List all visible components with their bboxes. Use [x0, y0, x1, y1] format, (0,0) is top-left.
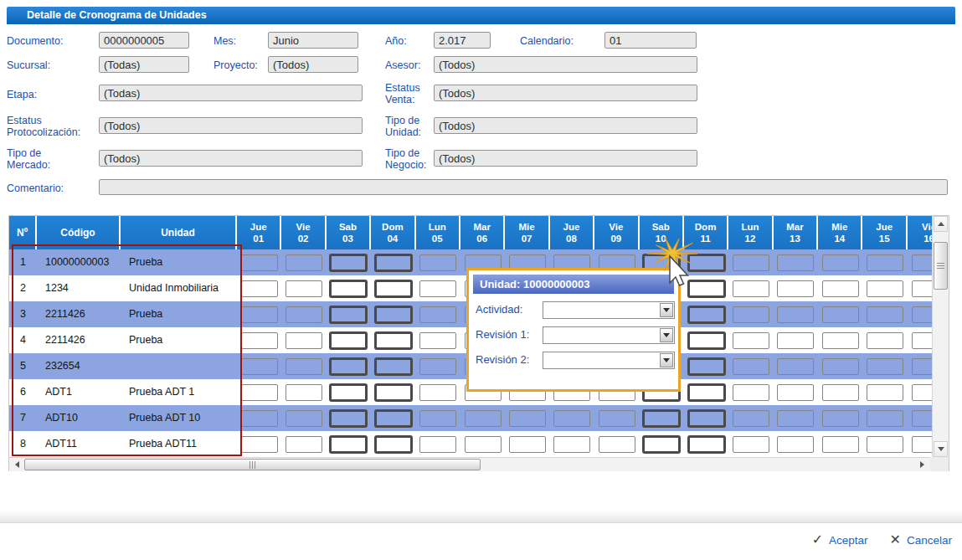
sucursal-field[interactable] [99, 56, 189, 73]
schedule-cell[interactable] [327, 327, 371, 353]
schedule-cell[interactable] [550, 431, 594, 457]
schedule-cell[interactable] [728, 353, 773, 379]
schedule-cell[interactable] [640, 405, 684, 431]
schedule-cell[interactable] [862, 379, 907, 405]
calendario-field[interactable] [604, 32, 697, 49]
schedule-cell[interactable] [684, 431, 728, 457]
schedule-cell[interactable] [774, 353, 818, 379]
schedule-cell[interactable] [908, 353, 932, 379]
schedule-cell[interactable] [774, 301, 818, 327]
scroll-right-button[interactable] [915, 459, 929, 470]
estatus-protocolizacion-field[interactable] [99, 117, 363, 134]
schedule-cell[interactable] [774, 327, 818, 353]
schedule-cell[interactable] [684, 379, 728, 405]
dropdown-arrow-button[interactable] [660, 303, 673, 317]
revision2-dropdown[interactable] [543, 352, 675, 369]
scroll-left-button[interactable] [10, 459, 23, 470]
aceptar-button[interactable]: ✓ Aceptar [812, 533, 868, 547]
schedule-cell[interactable] [237, 275, 281, 301]
schedule-cell[interactable] [640, 431, 684, 457]
schedule-cell[interactable] [327, 301, 371, 327]
scroll-up-button[interactable] [934, 216, 948, 232]
schedule-cell[interactable] [684, 327, 728, 353]
schedule-cell[interactable] [327, 249, 371, 275]
table-row[interactable]: 8 ADT11 Prueba ADT11 [9, 431, 932, 457]
schedule-cell[interactable] [371, 431, 415, 457]
schedule-cell[interactable] [728, 327, 773, 353]
table-row[interactable]: 7 ADT10 Prueba ADT 10 [9, 405, 932, 431]
cancelar-button[interactable]: ✕ Cancelar [890, 533, 952, 547]
schedule-cell[interactable] [818, 431, 862, 457]
schedule-cell[interactable] [728, 405, 773, 431]
schedule-cell[interactable] [818, 405, 862, 431]
schedule-cell[interactable] [862, 275, 907, 301]
schedule-cell[interactable] [908, 275, 932, 301]
schedule-cell[interactable] [371, 327, 415, 353]
schedule-cell[interactable] [237, 249, 281, 275]
schedule-cell[interactable] [416, 327, 460, 353]
schedule-cell[interactable] [371, 353, 415, 379]
schedule-cell[interactable] [237, 405, 281, 431]
schedule-cell[interactable] [818, 379, 862, 405]
schedule-cell[interactable] [416, 379, 460, 405]
schedule-cell[interactable] [327, 431, 371, 457]
schedule-cell[interactable] [237, 379, 281, 405]
schedule-cell[interactable] [862, 353, 907, 379]
schedule-cell[interactable] [416, 275, 460, 301]
schedule-cell[interactable] [416, 353, 460, 379]
vertical-scrollbar[interactable] [932, 216, 949, 457]
schedule-cell[interactable] [684, 249, 728, 275]
schedule-cell[interactable] [281, 353, 326, 379]
dropdown-arrow-button[interactable] [660, 353, 673, 367]
schedule-cell[interactable] [862, 249, 907, 275]
schedule-cell[interactable] [862, 431, 907, 457]
schedule-cell[interactable] [237, 431, 281, 457]
schedule-cell[interactable] [594, 405, 639, 431]
schedule-cell[interactable] [505, 431, 549, 457]
schedule-cell[interactable] [460, 405, 505, 431]
schedule-cell[interactable] [550, 405, 594, 431]
schedule-cell[interactable] [416, 249, 460, 275]
schedule-cell[interactable] [371, 275, 415, 301]
revision1-dropdown[interactable] [543, 326, 675, 344]
schedule-cell[interactable] [281, 275, 326, 301]
tipo-negocio-field[interactable] [434, 150, 697, 167]
schedule-cell[interactable] [908, 249, 932, 275]
schedule-cell[interactable] [281, 249, 326, 275]
vertical-scrollbar-thumb[interactable] [934, 242, 948, 290]
schedule-cell[interactable] [416, 301, 460, 327]
schedule-cell[interactable] [774, 379, 818, 405]
schedule-cell[interactable] [281, 405, 326, 431]
schedule-cell[interactable] [371, 379, 415, 405]
schedule-cell[interactable] [416, 405, 460, 431]
schedule-cell[interactable] [327, 379, 371, 405]
asesor-field[interactable] [434, 56, 697, 73]
schedule-cell[interactable] [281, 301, 326, 327]
schedule-cell[interactable] [371, 301, 415, 327]
schedule-cell[interactable] [505, 405, 549, 431]
schedule-cell[interactable] [281, 379, 326, 405]
schedule-cell[interactable] [728, 379, 773, 405]
schedule-cell[interactable] [774, 275, 818, 301]
schedule-cell[interactable] [908, 405, 932, 431]
tipo-unidad-field[interactable] [434, 117, 697, 134]
mes-field[interactable] [268, 32, 358, 49]
schedule-cell[interactable] [460, 431, 505, 457]
horizontal-scrollbar[interactable] [9, 457, 930, 471]
schedule-cell[interactable] [684, 275, 728, 301]
schedule-cell[interactable] [371, 405, 415, 431]
tipo-mercado-field[interactable] [99, 150, 363, 167]
horizontal-scrollbar-thumb[interactable] [24, 459, 481, 470]
dropdown-arrow-button[interactable] [660, 328, 673, 342]
comentario-field[interactable] [99, 179, 948, 195]
schedule-cell[interactable] [862, 327, 907, 353]
schedule-cell[interactable] [728, 275, 773, 301]
documento-field[interactable] [99, 32, 189, 49]
schedule-cell[interactable] [281, 327, 326, 353]
schedule-cell[interactable] [728, 431, 773, 457]
schedule-cell[interactable] [728, 249, 773, 275]
anio-field[interactable] [434, 32, 491, 49]
schedule-cell[interactable] [774, 249, 818, 275]
schedule-cell[interactable] [818, 301, 862, 327]
schedule-cell[interactable] [281, 431, 326, 457]
